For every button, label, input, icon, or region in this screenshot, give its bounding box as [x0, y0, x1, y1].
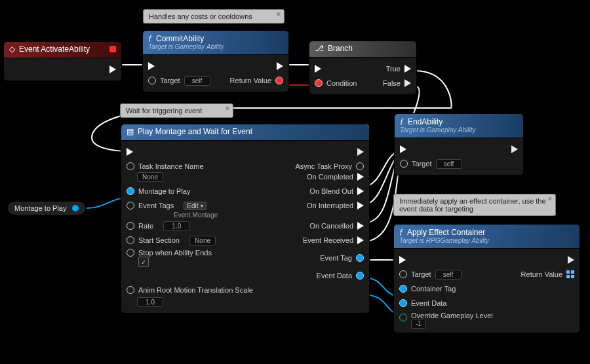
node-subtitle: Target is Gameplay Ability	[148, 43, 283, 50]
function-icon: ƒ	[399, 227, 403, 237]
node-title: Branch	[328, 44, 353, 53]
pin-true[interactable]: True	[381, 64, 416, 74]
override-value[interactable]: -1	[411, 319, 426, 329]
variable-montage-to-play[interactable]: Montage to Play	[7, 201, 86, 215]
close-icon[interactable]: ✕	[225, 105, 230, 112]
event-icon: ◇	[9, 45, 15, 54]
custom-event-icon	[109, 46, 116, 52]
node-title: EndAbility	[408, 117, 442, 126]
pin-on-blend-out[interactable]: On Blend Out	[304, 186, 369, 196]
rate-value[interactable]: 1.0	[163, 221, 189, 231]
pin-event-tag-out[interactable]: Event Tag	[315, 253, 369, 263]
pin-event-data-out[interactable]: Event Data	[311, 270, 369, 281]
pin-montage-to-play[interactable]: Montage to Play	[121, 186, 196, 196]
close-icon[interactable]: ✕	[276, 11, 281, 18]
pin-container-tag[interactable]: Container Tag	[394, 283, 461, 294]
pin-anim-root-motion-scale[interactable]: Anim Root Motion Translation Scale	[121, 285, 258, 295]
exec-in[interactable]	[121, 147, 138, 157]
function-icon: ƒ	[148, 33, 152, 43]
exec-in[interactable]	[309, 64, 326, 74]
node-branch[interactable]: ⎇Branch True Condition False	[309, 41, 417, 95]
struct-icon	[566, 270, 574, 278]
pin-return-value[interactable]: Return Value	[516, 269, 580, 280]
pin-event-tags[interactable]: Event Tags Edit	[121, 200, 212, 211]
target-value[interactable]: self	[435, 270, 462, 280]
pin-event-data[interactable]: Event Data	[394, 298, 452, 308]
node-commitability[interactable]: ƒCommitAbility Target is Gameplay Abilit…	[142, 30, 289, 92]
node-event-activateability[interactable]: ◇Event ActivateAbility	[3, 41, 122, 81]
event-tags-edit-button[interactable]: Edit	[184, 202, 206, 210]
exec-out[interactable]	[104, 64, 121, 75]
comment-apply: Immediately apply an effect container, u…	[393, 194, 556, 216]
comment-text: Handles any costs or cooldowns	[149, 12, 252, 20]
start-section-value[interactable]: None	[189, 236, 216, 246]
pin-condition[interactable]: Condition	[309, 78, 362, 88]
target-value[interactable]: self	[184, 76, 210, 86]
pin-on-cancelled[interactable]: On Cancelled	[304, 221, 369, 231]
pin-override-gameplay-level[interactable]: Override Gameplay Level-1	[394, 310, 498, 329]
pin-stop-when-ability-ends[interactable]: Stop when Ability Ends✓	[121, 247, 217, 268]
exec-out[interactable]	[562, 255, 580, 265]
exec-out[interactable]	[271, 61, 288, 71]
pin-on-interrupted[interactable]: On Interrupted	[302, 200, 369, 211]
exec-in[interactable]	[394, 255, 411, 265]
node-title: Play Montage and Wait for Event	[138, 127, 252, 136]
pin-rate[interactable]: Rate 1.0	[121, 220, 195, 232]
node-title: Event ActivateAbility	[19, 45, 90, 54]
pin-event-received[interactable]: Event Received	[298, 235, 369, 246]
branch-icon: ⎇	[315, 44, 324, 53]
comment-text: Wait for triggering event	[126, 107, 202, 115]
close-icon[interactable]: ✕	[547, 196, 553, 202]
pin-start-section[interactable]: Start Section None	[121, 234, 221, 247]
exec-in[interactable]	[395, 144, 412, 155]
pin-false[interactable]: False	[378, 78, 416, 88]
comment-text: Immediately apply an effect container, u…	[399, 197, 546, 213]
node-subtitle: Target is Gameplay Ability	[400, 126, 518, 134]
pin-target[interactable]: Targetself	[394, 268, 467, 281]
node-subtitle: Target is RPGGameplay Ability	[399, 237, 574, 244]
node-title: CommitAbility	[156, 34, 204, 43]
pin-target[interactable]: Targetself	[143, 75, 216, 87]
stop-checkbox[interactable]: ✓	[138, 257, 149, 267]
node-play-montage[interactable]: 🕓 ▤Play Montage and Wait for Event Task …	[121, 124, 370, 314]
target-value[interactable]: self	[436, 159, 462, 169]
function-icon: ƒ	[400, 117, 404, 126]
node-apply-effect-container[interactable]: ƒApply Effect Container Target is RPGGam…	[393, 224, 580, 333]
node-title: Apply Effect Container	[407, 228, 485, 237]
event-tags-value: Event.Montage	[121, 211, 369, 219]
task-icon: ▤	[127, 127, 134, 136]
variable-label: Montage to Play	[14, 204, 67, 212]
variable-output-pin[interactable]	[72, 205, 79, 211]
pin-on-completed[interactable]: On Completed	[302, 172, 369, 182]
exec-out[interactable]	[352, 147, 369, 157]
pin-target[interactable]: Targetself	[395, 158, 467, 170]
comment-commit: Handles any costs or cooldowns ✕	[143, 9, 285, 24]
pin-return-value[interactable]: Return Value	[225, 75, 288, 86]
comment-wait: Wait for triggering event ✕	[120, 103, 233, 118]
node-endability[interactable]: ƒEndAbility Target is Gameplay Ability T…	[394, 113, 524, 175]
exec-out[interactable]	[506, 144, 523, 155]
pin-async-task-proxy[interactable]: Async Task Proxy	[290, 161, 369, 172]
task-name-value[interactable]: None	[137, 172, 163, 182]
anim-scale-value[interactable]: 1.0	[137, 297, 163, 307]
exec-in[interactable]	[143, 61, 160, 71]
